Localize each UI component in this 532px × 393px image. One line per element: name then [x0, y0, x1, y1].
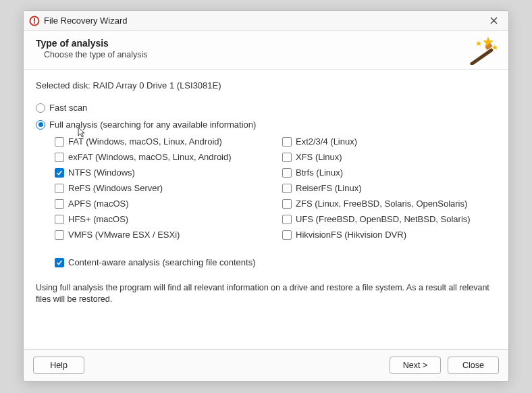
svg-rect-2	[34, 22, 35, 24]
checkbox-row-fat[interactable]: FAT (Windows, macOS, Linux, Android)	[55, 136, 269, 147]
checkbox-row-refs[interactable]: ReFS (Windows Server)	[55, 183, 269, 193]
svg-marker-7	[476, 41, 481, 46]
close-icon[interactable]	[484, 14, 503, 28]
checkbox-row-xfs[interactable]: XFS (Linux)	[282, 152, 496, 162]
checkbox-apfs[interactable]	[55, 199, 64, 209]
checkbox-hikvision[interactable]	[282, 230, 292, 240]
wizard-dialog: File Recovery Wizard Type of analysis Ch…	[23, 10, 509, 382]
checkbox-ext[interactable]	[282, 137, 292, 147]
app-icon	[29, 16, 40, 26]
checkbox-fat[interactable]	[55, 137, 64, 147]
checkbox-row-hfsplus[interactable]: HFS+ (macOS)	[55, 214, 269, 224]
wizard-body: Selected disk: RAID Array 0 Drive 1 (LSI…	[24, 70, 508, 349]
radio-fast-scan[interactable]	[36, 103, 45, 113]
radio-full-analysis[interactable]	[36, 120, 45, 130]
window-title: File Recovery Wizard	[44, 16, 484, 26]
header-title: Type of analysis	[36, 38, 496, 49]
checkbox-ufs[interactable]	[282, 215, 292, 224]
checkbox-ntfs[interactable]	[55, 168, 64, 178]
next-button[interactable]: Next >	[390, 357, 441, 374]
checkbox-label-hfsplus: HFS+ (macOS)	[68, 214, 128, 224]
checkbox-label-vmfs: VMFS (VMware ESX / ESXi)	[68, 230, 180, 240]
help-button[interactable]: Help	[33, 357, 84, 374]
checkbox-row-exfat[interactable]: exFAT (Windows, macOS, Linux, Android)	[55, 152, 269, 162]
checkbox-label-ext: Ext2/3/4 (Linux)	[296, 136, 357, 147]
checkbox-exfat[interactable]	[55, 153, 64, 162]
checkbox-label-reiserfs: ReiserFS (Linux)	[296, 183, 362, 193]
titlebar: File Recovery Wizard	[24, 11, 508, 31]
wizard-wand-icon	[462, 35, 500, 65]
checkbox-xfs[interactable]	[282, 153, 292, 162]
filesystem-grid: FAT (Windows, macOS, Linux, Android)Ext2…	[55, 136, 496, 240]
wizard-footer: Help Next > Close	[24, 349, 508, 381]
checkbox-btrfs[interactable]	[282, 168, 292, 178]
radio-fast-scan-label: Fast scan	[49, 103, 87, 113]
checkbox-zfs[interactable]	[282, 199, 292, 209]
close-button[interactable]: Close	[448, 357, 499, 374]
checkbox-hfsplus[interactable]	[55, 215, 64, 224]
checkbox-row-btrfs[interactable]: Btrfs (Linux)	[282, 167, 496, 178]
checkbox-row-vmfs[interactable]: VMFS (VMware ESX / ESXi)	[55, 230, 269, 240]
checkbox-row-ufs[interactable]: UFS (FreeBSD, OpenBSD, NetBSD, Solaris)	[282, 214, 496, 224]
selected-disk-label: Selected disk: RAID Array 0 Drive 1 (LSI…	[36, 80, 496, 90]
svg-rect-1	[34, 18, 35, 22]
checkbox-row-ext[interactable]: Ext2/3/4 (Linux)	[282, 136, 496, 147]
svg-marker-6	[492, 45, 498, 50]
checkbox-label-btrfs: Btrfs (Linux)	[296, 167, 343, 178]
checkbox-label-exfat: exFAT (Windows, macOS, Linux, Android)	[68, 152, 232, 162]
checkbox-label-hikvision: HikvisionFS (Hikvision DVR)	[296, 230, 406, 240]
analysis-description: Using full analysis the program will fin…	[36, 282, 496, 305]
wizard-header: Type of analysis Choose the type of anal…	[24, 31, 508, 70]
checkbox-label-ufs: UFS (FreeBSD, OpenBSD, NetBSD, Solaris)	[296, 214, 471, 224]
checkbox-row-apfs[interactable]: APFS (macOS)	[55, 199, 269, 209]
checkbox-reiserfs[interactable]	[282, 184, 292, 193]
radio-full-analysis-label: Full analysis (searching for any availab…	[49, 120, 256, 130]
header-subtitle: Choose the type of analysis	[44, 50, 496, 59]
checkbox-row-ntfs[interactable]: NTFS (Windows)	[55, 167, 269, 178]
checkbox-row-reiserfs[interactable]: ReiserFS (Linux)	[282, 183, 496, 193]
checkbox-label-apfs: APFS (macOS)	[68, 199, 129, 209]
checkbox-label-refs: ReFS (Windows Server)	[68, 183, 163, 193]
content-aware-label: Content-aware analysis (searching file c…	[68, 257, 255, 267]
checkbox-row-zfs[interactable]: ZFS (Linux, FreeBSD, Solaris, OpenSolari…	[282, 199, 496, 209]
checkbox-label-xfs: XFS (Linux)	[296, 152, 342, 162]
checkbox-label-fat: FAT (Windows, macOS, Linux, Android)	[68, 136, 222, 147]
checkbox-content-aware[interactable]	[55, 258, 64, 267]
radio-full-analysis-row[interactable]: Full analysis (searching for any availab…	[36, 120, 496, 130]
content-aware-row[interactable]: Content-aware analysis (searching file c…	[55, 257, 496, 267]
checkbox-label-zfs: ZFS (Linux, FreeBSD, Solaris, OpenSolari…	[296, 199, 467, 209]
checkbox-row-hikvision[interactable]: HikvisionFS (Hikvision DVR)	[282, 230, 496, 240]
checkbox-refs[interactable]	[55, 184, 64, 193]
svg-rect-8	[469, 48, 494, 65]
radio-fast-scan-row[interactable]: Fast scan	[36, 103, 496, 113]
checkbox-vmfs[interactable]	[55, 230, 64, 240]
checkbox-label-ntfs: NTFS (Windows)	[68, 167, 135, 178]
